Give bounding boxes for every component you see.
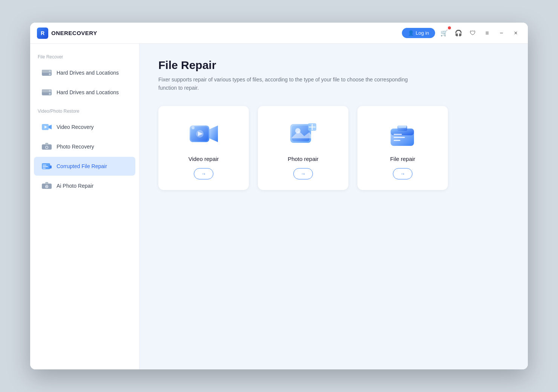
svg-rect-12	[45, 143, 48, 145]
photo-repair-card[interactable]: Photo repair →	[258, 106, 348, 190]
sidebar-item-photo-recovery[interactable]: Photo Recovery	[34, 137, 135, 156]
photo-repair-label: Photo repair	[288, 156, 319, 162]
headset-icon[interactable]: 🎧	[453, 28, 464, 38]
section-file-recover: File Recover	[30, 54, 139, 63]
file-repair-card[interactable]: File repair →	[357, 106, 448, 190]
sidebar: File Recover Hard Drives and Locations	[30, 44, 140, 369]
video-repair-icon	[187, 119, 221, 150]
sidebar-label: Video Recovery	[57, 124, 94, 130]
sidebar-label: Ai Photo Repair	[57, 183, 94, 189]
sidebar-label: Hard Drives and Locations	[57, 70, 119, 76]
app-window: R ONERECOVERY 👤 Log in 🛒 🎧 🛡 ≡ − × File …	[30, 23, 528, 369]
sidebar-item-hard-drives-1[interactable]: Hard Drives and Locations	[34, 63, 135, 82]
close-button[interactable]: ×	[510, 28, 521, 38]
video-repair-card[interactable]: Video repair →	[158, 106, 249, 190]
file-repair-icon	[386, 119, 420, 150]
svg-rect-42	[394, 134, 402, 135]
app-name: ONERECOVERY	[51, 30, 97, 36]
app-logo: R	[37, 28, 48, 39]
sidebar-label: Hard Drives and Locations	[57, 89, 119, 95]
svg-text:AI: AI	[46, 185, 48, 188]
main-content: File Recover Hard Drives and Locations	[30, 44, 528, 369]
file-repair-label: File repair	[390, 156, 415, 162]
user-icon: 👤	[408, 30, 414, 36]
sidebar-label: Photo Recovery	[57, 144, 94, 150]
sidebar-label: Corrupted File Repair	[57, 163, 107, 169]
svg-rect-16	[43, 165, 46, 165]
camera-icon	[42, 143, 52, 150]
cart-badge	[448, 26, 451, 29]
page-title: File Repair	[158, 59, 509, 72]
svg-point-3	[49, 74, 51, 75]
svg-rect-21	[45, 182, 48, 184]
svg-rect-18	[43, 168, 46, 168]
svg-point-30	[192, 126, 195, 129]
svg-rect-17	[43, 166, 48, 167]
video-repair-button[interactable]: →	[194, 168, 213, 179]
photo-repair-icon	[286, 119, 320, 150]
cart-icon[interactable]: 🛒	[439, 28, 449, 38]
ai-icon: AI	[42, 182, 52, 190]
repair-icon	[42, 162, 52, 170]
sidebar-item-ai-photo-repair[interactable]: AI Ai Photo Repair	[34, 176, 135, 195]
hdd-icon	[42, 69, 52, 77]
svg-point-14	[46, 147, 48, 149]
svg-rect-19	[49, 165, 52, 168]
photo-repair-button[interactable]: →	[293, 168, 313, 179]
titlebar-right: 👤 Log in 🛒 🎧 🛡 ≡ − ×	[402, 28, 521, 38]
file-repair-button[interactable]: →	[393, 168, 412, 179]
svg-rect-43	[394, 137, 405, 138]
sidebar-item-hard-drives-2[interactable]: Hard Drives and Locations	[34, 83, 135, 102]
svg-point-7	[49, 93, 51, 95]
page-description: Fixer supports repair of various types o…	[158, 75, 422, 92]
svg-marker-27	[209, 126, 218, 142]
section-video-photo: Video/Photo Restore	[30, 109, 139, 117]
menu-icon[interactable]: ≡	[482, 28, 492, 38]
sidebar-item-video-recovery[interactable]: Video Recovery	[34, 118, 135, 136]
login-button[interactable]: 👤 Log in	[402, 28, 435, 38]
svg-rect-44	[394, 140, 400, 141]
svg-point-6	[49, 90, 51, 92]
video-icon	[42, 123, 52, 131]
titlebar: R ONERECOVERY 👤 Log in 🛒 🎧 🛡 ≡ − ×	[30, 23, 528, 44]
minimize-button[interactable]: −	[496, 28, 507, 38]
repair-cards-row: Video repair →	[158, 106, 509, 190]
hdd2-icon	[42, 89, 52, 96]
titlebar-left: R ONERECOVERY	[37, 28, 97, 39]
sidebar-item-corrupted-file-repair[interactable]: Corrupted File Repair	[34, 157, 135, 176]
svg-point-2	[49, 70, 51, 72]
svg-rect-41	[398, 126, 406, 128]
svg-marker-9	[49, 125, 52, 129]
shield-icon[interactable]: 🛡	[468, 28, 478, 38]
content-area: File Repair Fixer supports repair of var…	[140, 44, 528, 369]
video-repair-label: Video repair	[189, 156, 219, 162]
